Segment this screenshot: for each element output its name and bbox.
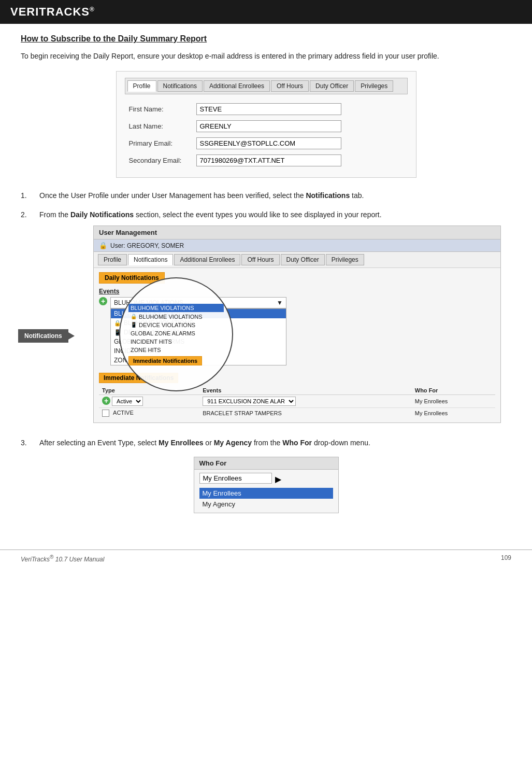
label-secondary-email: Secondary Email: [125, 152, 192, 169]
um-title: User Management [99, 229, 157, 236]
row1-check: + Active [99, 395, 199, 408]
label-last-name: Last Name: [125, 118, 192, 135]
circle-imm-badge: Immediate Notifications [128, 356, 202, 365]
um-tab-additional-enrollees[interactable]: Additional Enrollees [174, 254, 240, 265]
tab-duty-officer[interactable]: Duty Officer [310, 80, 354, 92]
tab-additional-enrollees[interactable]: Additional Enrollees [204, 80, 270, 92]
who-for-input[interactable] [199, 473, 272, 484]
input-primary-email[interactable] [196, 137, 341, 149]
profile-form: First Name: Last Name: Primary Email: Se… [125, 101, 408, 169]
step-1: 1. Once the User Profile under under Use… [21, 190, 511, 201]
field-row: First Name: [125, 101, 408, 118]
lock-icon: 🔒 [99, 242, 107, 249]
tab-notifications[interactable]: Notifications [157, 80, 203, 92]
logo: VeriTracks® [10, 5, 95, 19]
circle-option-device: 📱 DEVICE VIOLATIONS [128, 321, 224, 329]
add-event-button[interactable]: + [99, 297, 107, 305]
col-who-for: Who For [412, 386, 495, 395]
um-user-row: 🔒 User: GREGORY, SOMER [94, 239, 500, 252]
row1-event-select[interactable]: 911 EXCLUSION ZONE ALARMS [203, 397, 296, 406]
footer-right: 109 [501, 554, 511, 563]
row2-event: BRACELET STRAP TAMPERS [199, 408, 412, 419]
who-for-header: Who For [194, 457, 338, 470]
step-3: 3. After selecting an Event Type, select… [21, 438, 511, 448]
row1-type-select[interactable]: Active [112, 397, 143, 406]
notifications-badge: Notifications [18, 329, 68, 343]
step-2: 2. From the Daily Notifications section,… [21, 209, 511, 220]
row2-type-text: ACTIVE [113, 410, 134, 416]
logo-sup: ® [90, 6, 95, 13]
footer-left: VeriTracks® 10.7 User Manual [21, 554, 104, 563]
step-1-num: 1. [21, 190, 39, 201]
circle-option-selected: BLUHOME VIOLATIONS [128, 304, 224, 312]
who-for-body: ▶ My Enrollees My Agency [194, 470, 338, 513]
label-primary-email: Primary Email: [125, 135, 192, 152]
main-content: How to Subscribe to the Daily Summary Re… [0, 24, 532, 534]
intro-text: To begin receiving the Daily Report, ens… [21, 51, 511, 62]
circle-callout: BLUHOME VIOLATIONS 🔒 BLUHOME VIOLATIONS … [119, 277, 233, 391]
imm-row-2: ACTIVE BRACELET STRAP TAMPERS My Enrolle… [99, 408, 495, 419]
row1-who-for: My Enrollees [412, 395, 495, 408]
user-name: User: GREGORY, SOMER [110, 242, 184, 249]
who-for-screenshot: Who For ▶ My Enrollees My Agency [194, 457, 339, 513]
um-tab-bar: Profile Notifications Additional Enrolle… [94, 252, 500, 268]
label-first-name: First Name: [125, 101, 192, 118]
um-tab-notifications[interactable]: Notifications [128, 254, 173, 265]
row2-who-for: My Enrollees [412, 408, 495, 419]
step-2-text: From the Daily Notifications section, se… [39, 209, 511, 220]
step-1-text: Once the User Profile under under User M… [39, 190, 511, 201]
circle-option-zone: ZONE HITS [128, 346, 224, 354]
circle-option-bluhome: 🔒 BLUHOME VIOLATIONS [128, 313, 224, 321]
input-last-name[interactable] [196, 120, 341, 132]
tab-off-hours[interactable]: Off Hours [271, 80, 309, 92]
add-row1-button[interactable]: + [102, 397, 110, 405]
profile-screenshot: Profile Notifications Additional Enrolle… [116, 71, 416, 178]
cursor-icon: ▶ [275, 474, 281, 484]
col-events: Events [199, 386, 412, 395]
input-first-name[interactable] [196, 103, 341, 115]
um-tab-privileges[interactable]: Privileges [326, 254, 364, 265]
row1-event: 911 EXCLUSION ZONE ALARMS [199, 395, 412, 408]
row2-check: ACTIVE [99, 408, 199, 419]
circle-option-global: GLOBAL ZONE ALARMS [128, 329, 224, 337]
footer: VeriTracks® 10.7 User Manual 109 [0, 549, 532, 567]
dropdown-arrow-icon: ▼ [277, 299, 283, 306]
step-2-num: 2. [21, 209, 39, 220]
um-header: User Management [94, 226, 500, 239]
page-title: How to Subscribe to the Daily Summary Re… [21, 34, 511, 44]
logo-text: VeriTracks [10, 5, 90, 18]
tab-privileges[interactable]: Privileges [355, 80, 393, 92]
um-tab-off-hours[interactable]: Off Hours [241, 254, 279, 265]
circle-option-incident: INCIDENT HITS [128, 337, 224, 346]
who-for-option-my-enrollees[interactable]: My Enrollees [199, 488, 333, 499]
field-row: Last Name: [125, 118, 408, 135]
um-tab-duty-officer[interactable]: Duty Officer [281, 254, 325, 265]
step-3-text: After selecting an Event Type, select My… [39, 438, 511, 448]
step-3-num: 3. [21, 438, 39, 448]
um-tab-profile[interactable]: Profile [98, 254, 127, 265]
who-for-option-my-agency[interactable]: My Agency [199, 499, 333, 510]
field-row: Secondary Email: [125, 152, 408, 169]
profile-tab-bar: Profile Notifications Additional Enrolle… [125, 78, 408, 94]
input-secondary-email[interactable] [196, 154, 341, 166]
tab-profile[interactable]: Profile [127, 80, 156, 92]
imm-row-1: + Active 911 EXCLUSION ZONE ALARMS My [99, 395, 495, 408]
header: VeriTracks® [0, 0, 532, 24]
row2-checkbox[interactable] [102, 410, 109, 417]
immediate-notif-table: Type Events Who For + Active [99, 386, 495, 418]
field-row: Primary Email: [125, 135, 408, 152]
